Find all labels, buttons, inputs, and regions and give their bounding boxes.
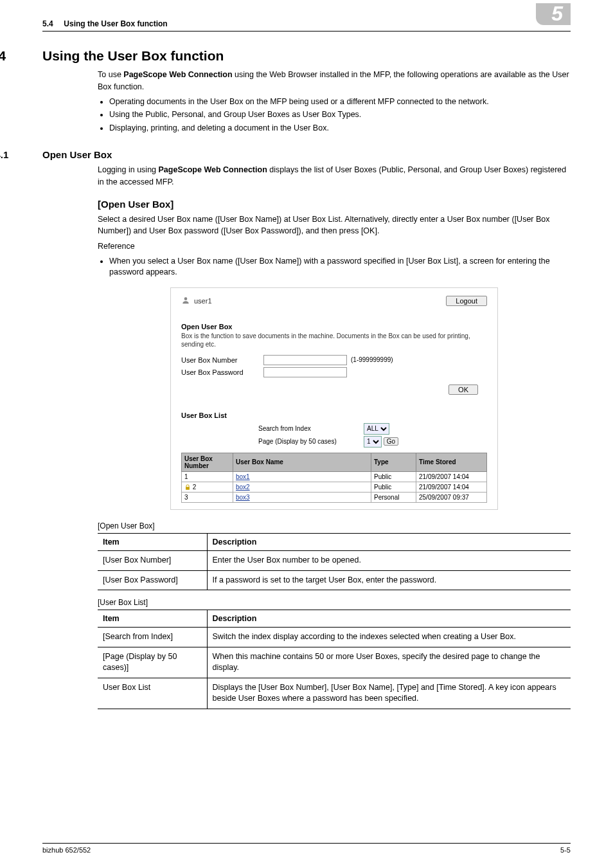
col-userbox-name: User Box Name: [233, 453, 371, 471]
cell-item: [User Box Number]: [98, 551, 207, 571]
cell-time: 21/09/2007 14:04: [416, 482, 487, 492]
username-label: user1: [194, 297, 212, 305]
ss-page-label: Page (Display by 50 cases): [258, 438, 348, 445]
footer-left: bizhub 652/552: [42, 846, 91, 854]
table-row: [Page (Display by 50 cases)] When this m…: [98, 647, 571, 678]
cell-number: 3: [184, 494, 188, 501]
table-row: 2 box2 Public 21/09/2007 14:04: [182, 482, 487, 492]
page-select[interactable]: 1: [364, 436, 382, 448]
cell-type: Public: [371, 482, 416, 492]
svg-point-0: [184, 297, 188, 300]
subsection-heading: 5.4.1 Open User Box: [0, 149, 571, 160]
cell-time: 21/09/2007 14:04: [416, 471, 487, 482]
subsection-num: 5.4.1: [0, 149, 42, 160]
reference-label: Reference: [98, 240, 571, 253]
cell-number: 1: [184, 473, 188, 480]
intro-bullet: Operating documents in the User Box on t…: [109, 96, 571, 108]
reference-bullets: When you select a User Box name ([User B…: [98, 256, 571, 278]
ss-pwd-label: User Box Password: [181, 368, 263, 376]
webconnection-screenshot: user1 Logout Open User Box Box is the fu…: [170, 287, 498, 510]
cell-time: 25/09/2007 09:37: [416, 493, 487, 503]
th-desc: Description: [207, 610, 571, 628]
cell-desc: If a password is set to the target User …: [207, 570, 571, 590]
user-icon: [181, 296, 190, 306]
table-row: 3 box3 Personal 25/09/2007 09:37: [182, 493, 487, 503]
footer-right: 5-5: [560, 846, 571, 854]
cell-desc: When this machine contains 50 or more Us…: [207, 647, 571, 678]
chapter-badge: 5: [536, 3, 571, 25]
go-button[interactable]: Go: [384, 437, 398, 446]
col-type: Type: [371, 453, 416, 471]
subsection-title: Open User Box: [42, 149, 112, 160]
th-item: Item: [98, 610, 207, 628]
userbox-number-input[interactable]: [263, 355, 347, 365]
cell-item: [Page (Display by 50 cases)]: [98, 647, 207, 678]
cell-item: [User Box Password]: [98, 570, 207, 590]
col-userbox-number: User Box Number: [182, 453, 233, 471]
cell-desc: Displays the [User Box Number], [User Bo…: [207, 678, 571, 709]
ss-open-title: Open User Box: [181, 323, 487, 330]
cell-type: Public: [371, 471, 416, 482]
intro-bullets: Operating documents in the User Box on t…: [98, 96, 571, 134]
open-user-box-heading: [Open User Box]: [98, 199, 571, 210]
table-row: [Search from Index] Switch the index dis…: [98, 628, 571, 647]
open-user-box-table: Item Description [User Box Number] Enter…: [98, 533, 571, 590]
userbox-table: User Box Number User Box Name Type Time …: [181, 453, 487, 503]
header-section-title: Using the User Box function: [64, 19, 167, 28]
cell-number: 2: [193, 484, 197, 491]
table-row: User Box List Displays the [User Box Num…: [98, 678, 571, 709]
table1-caption: [Open User Box]: [98, 521, 571, 530]
ss-open-desc: Box is the function to save documents in…: [181, 332, 487, 348]
table2-caption: [User Box List]: [98, 598, 571, 607]
th-item: Item: [98, 534, 207, 551]
cell-item: [Search from Index]: [98, 628, 207, 647]
ss-list-title: User Box List: [181, 411, 487, 419]
lock-icon: [184, 484, 193, 491]
user-box-list-table: Item Description [Search from Index] Swi…: [98, 610, 571, 709]
ok-button[interactable]: OK: [449, 384, 478, 395]
userbox-name-link[interactable]: box2: [236, 484, 250, 491]
open-user-box-paragraph: Select a desired User Box name ([User Bo…: [98, 213, 571, 238]
userbox-name-link[interactable]: box3: [236, 494, 250, 501]
intro-bullet: Displaying, printing, and deleting a doc…: [109, 123, 571, 134]
cell-desc: Switch the index display according to th…: [207, 628, 571, 647]
logout-button[interactable]: Logout: [446, 296, 487, 306]
reference-bullet: When you select a User Box name ([User B…: [109, 256, 571, 278]
search-index-select[interactable]: ALL: [364, 423, 389, 435]
intro-bullet: Using the Public, Personal, and Group Us…: [109, 109, 571, 121]
section-heading-num: 5.4: [0, 48, 42, 64]
cell-item: User Box List: [98, 678, 207, 709]
section-heading: 5.4 Using the User Box function: [0, 48, 571, 64]
ss-num-range: (1-999999999): [351, 356, 393, 363]
subsection-paragraph: Logging in using PageScope Web Connectio…: [98, 164, 571, 188]
ss-search-label: Search from Index: [258, 425, 348, 432]
userbox-name-link[interactable]: box1: [236, 473, 250, 480]
table-row: [User Box Password] If a password is set…: [98, 570, 571, 590]
th-desc: Description: [207, 534, 571, 551]
section-heading-text: Using the User Box function: [42, 48, 224, 64]
table-row: [User Box Number] Enter the User Box num…: [98, 551, 571, 571]
intro-paragraph: To use PageScope Web Connection using th…: [98, 69, 571, 93]
cell-type: Personal: [371, 493, 416, 503]
header-section-num: 5.4: [42, 19, 53, 28]
cell-desc: Enter the User Box number to be opened.: [207, 551, 571, 571]
ss-num-label: User Box Number: [181, 356, 263, 364]
col-time-stored: Time Stored: [416, 453, 487, 471]
page-footer: bizhub 652/552 5-5: [42, 843, 571, 854]
userbox-password-input[interactable]: [263, 367, 347, 377]
table-row: 1 box1 Public 21/09/2007 14:04: [182, 471, 487, 482]
page-header: 5.4 Using the User Box function 5: [42, 19, 571, 32]
